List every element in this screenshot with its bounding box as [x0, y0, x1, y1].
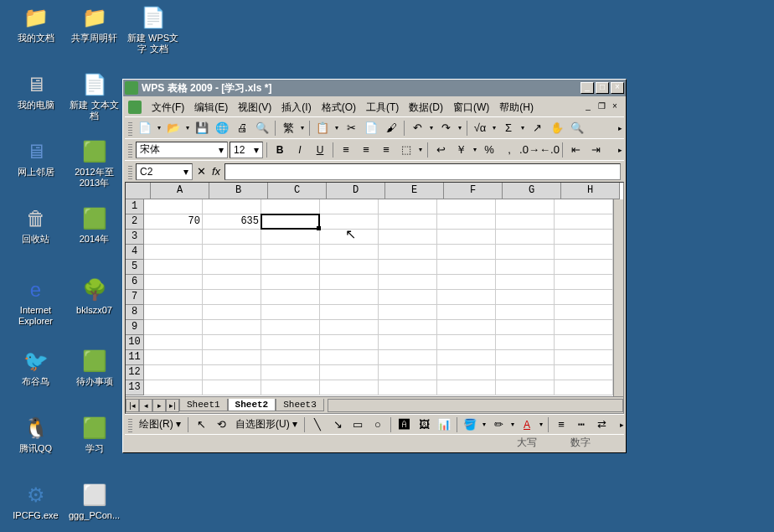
- close-button[interactable]: ×: [611, 82, 624, 94]
- cell[interactable]: [144, 260, 203, 275]
- column-header[interactable]: G: [503, 183, 561, 199]
- chart-icon[interactable]: 📊: [435, 416, 453, 434]
- dash-style-icon[interactable]: ┅: [572, 416, 591, 434]
- cell[interactable]: [203, 305, 261, 320]
- cell[interactable]: [261, 305, 320, 320]
- arrow-icon[interactable]: ↘: [328, 416, 347, 434]
- toolbar-overflow[interactable]: ▸: [618, 146, 622, 154]
- row-header[interactable]: 11: [126, 350, 144, 365]
- cancel-icon[interactable]: ✕: [194, 163, 208, 181]
- maximize-button[interactable]: □: [596, 82, 609, 94]
- bold-button[interactable]: B: [271, 141, 289, 159]
- cell[interactable]: [379, 380, 437, 395]
- open-button[interactable]: 📂: [164, 119, 183, 137]
- cell[interactable]: [555, 230, 613, 245]
- cell[interactable]: [203, 380, 261, 395]
- minimize-button[interactable]: _: [580, 82, 594, 94]
- cell[interactable]: [496, 320, 555, 335]
- doc-minimize-button[interactable]: _: [582, 102, 594, 112]
- cell[interactable]: [203, 320, 261, 335]
- cell[interactable]: [379, 199, 437, 214]
- cell[interactable]: [379, 335, 437, 350]
- fx-icon[interactable]: fx: [209, 163, 223, 181]
- cell[interactable]: [496, 275, 555, 290]
- cell[interactable]: [203, 199, 261, 214]
- tab-nav-last[interactable]: ▸|: [166, 399, 179, 412]
- doc-close-button[interactable]: ×: [609, 102, 621, 112]
- cell[interactable]: [261, 214, 320, 230]
- align-right-button[interactable]: ≡: [377, 141, 395, 159]
- desktop-icon[interactable]: ⬜ggg_PCon...: [67, 482, 121, 521]
- desktop-icon[interactable]: 🟩学习: [67, 415, 121, 454]
- cell[interactable]: [437, 365, 496, 380]
- undo-button[interactable]: ↶: [408, 119, 426, 137]
- doc-restore-button[interactable]: ❐: [596, 102, 607, 112]
- select-arrow-icon[interactable]: ↖: [192, 416, 210, 434]
- share-button[interactable]: 🌐: [213, 119, 231, 137]
- row-header[interactable]: 13: [126, 380, 144, 395]
- italic-button[interactable]: I: [291, 141, 309, 159]
- cell[interactable]: [320, 214, 379, 230]
- fill-color-icon[interactable]: 🪣: [461, 416, 479, 434]
- desktop-icon[interactable]: 📁我的文档: [8, 4, 63, 44]
- desktop-icon[interactable]: 🟩2014年: [67, 205, 121, 245]
- cell[interactable]: [261, 245, 320, 260]
- align-center-button[interactable]: ≡: [357, 141, 375, 159]
- cell[interactable]: [379, 350, 437, 365]
- cell[interactable]: [261, 275, 320, 290]
- cell[interactable]: [437, 290, 496, 305]
- menu-item[interactable]: 格式(O): [317, 99, 361, 116]
- cell[interactable]: [144, 350, 203, 365]
- cell[interactable]: [320, 365, 379, 380]
- row-header[interactable]: 9: [126, 320, 144, 335]
- cell[interactable]: [437, 320, 496, 335]
- cell[interactable]: [437, 260, 496, 275]
- cell[interactable]: [379, 290, 437, 305]
- format-painter-button[interactable]: 🖌: [382, 119, 400, 137]
- cell[interactable]: [496, 365, 555, 380]
- toolbar-grip[interactable]: [128, 164, 132, 179]
- desktop-icon[interactable]: ⚙IPCFG.exe: [8, 482, 63, 521]
- cell[interactable]: [555, 214, 613, 230]
- cell[interactable]: [437, 275, 496, 290]
- cell[interactable]: [203, 230, 261, 245]
- select-all-corner[interactable]: [126, 183, 151, 199]
- cell[interactable]: [203, 365, 261, 380]
- row-header[interactable]: 8: [126, 305, 144, 320]
- cell[interactable]: [437, 214, 496, 230]
- arrow-button[interactable]: ↗: [528, 119, 546, 137]
- menu-item[interactable]: 窗口(W): [448, 99, 494, 116]
- menu-item[interactable]: 帮助(H): [494, 99, 539, 116]
- name-box[interactable]: C2▾: [136, 163, 193, 180]
- line-style-icon[interactable]: ≡: [552, 416, 570, 434]
- menu-item[interactable]: 插入(I): [276, 99, 316, 116]
- desktop-icon[interactable]: 🐧腾讯QQ: [8, 415, 63, 454]
- cell[interactable]: [261, 199, 320, 214]
- tab-nav-next[interactable]: ▸: [152, 399, 166, 412]
- toolbar-grip[interactable]: [128, 121, 132, 136]
- cell[interactable]: [496, 260, 555, 275]
- menu-item[interactable]: 文件(F): [147, 99, 189, 116]
- row-header[interactable]: 7: [126, 290, 144, 305]
- cell[interactable]: [437, 380, 496, 395]
- font-name-combo[interactable]: 宋体▾: [136, 142, 228, 158]
- column-header[interactable]: F: [444, 183, 503, 199]
- cell[interactable]: [144, 380, 203, 395]
- desktop-icon[interactable]: 📄新建 WPS文字 文档: [126, 4, 180, 54]
- cell[interactable]: [379, 305, 437, 320]
- row-header[interactable]: 6: [126, 275, 144, 290]
- row-header[interactable]: 10: [126, 335, 144, 350]
- titlebar[interactable]: WPS 表格 2009 - [学习.xls *] _ □ ×: [123, 80, 626, 96]
- cell[interactable]: [144, 305, 203, 320]
- percent-button[interactable]: %: [480, 141, 498, 159]
- cell[interactable]: [320, 199, 379, 214]
- row-header[interactable]: 4: [126, 245, 144, 260]
- cell[interactable]: [261, 320, 320, 335]
- menu-item[interactable]: 视图(V): [233, 99, 276, 116]
- dec-decimal-button[interactable]: ←.0: [540, 141, 559, 159]
- picture-icon[interactable]: 🖼: [415, 416, 433, 434]
- cell[interactable]: [437, 350, 496, 365]
- cell[interactable]: 635: [203, 214, 261, 230]
- underline-button[interactable]: U: [311, 141, 329, 159]
- desktop-icon[interactable]: 📄新建 文本文档: [67, 71, 121, 121]
